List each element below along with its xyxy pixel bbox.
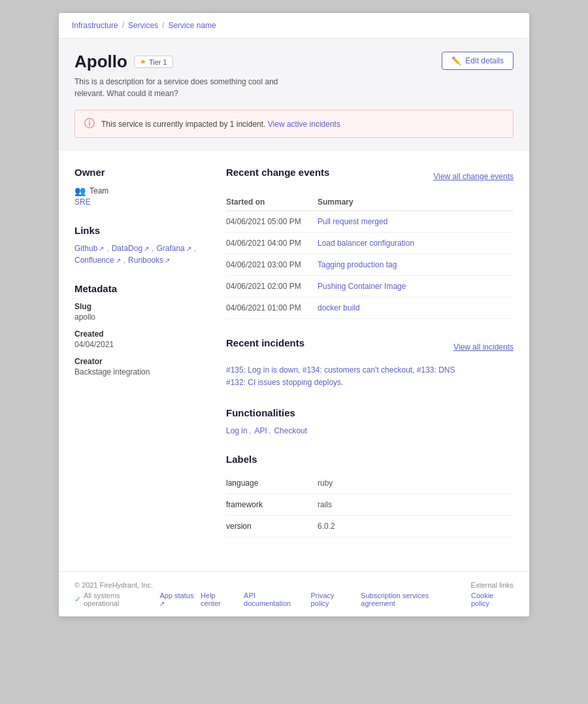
functionality-link[interactable]: API bbox=[254, 426, 267, 435]
footer-link[interactable]: Privacy policy bbox=[310, 592, 354, 607]
event-summary-link[interactable]: Pushing Container Image bbox=[318, 282, 406, 291]
event-date: 04/06/2021 05:00 PM bbox=[226, 211, 318, 233]
label-row: version 6.0.2 bbox=[226, 516, 514, 537]
incidents-section: Recent incidents View all incidents #135… bbox=[226, 337, 514, 389]
change-events-title: Recent change events bbox=[226, 167, 329, 178]
incidents-title: Recent incidents bbox=[226, 337, 304, 348]
functionality-link[interactable]: Checkout bbox=[274, 426, 307, 435]
pencil-icon: ✏️ bbox=[451, 56, 461, 65]
table-row: 04/06/2021 02:00 PM Pushing Container Im… bbox=[226, 276, 514, 297]
col-summary: Summary bbox=[318, 193, 514, 211]
label-value: 6.0.2 bbox=[318, 516, 514, 537]
link-github[interactable]: Github ↗ bbox=[74, 244, 104, 253]
table-row: 04/06/2021 04:00 PM Load balancer config… bbox=[226, 233, 514, 254]
links-section: Links Github ↗ , DataDog ↗ , Grafana ↗ bbox=[74, 225, 205, 265]
label-key: framework bbox=[226, 494, 318, 516]
footer-link[interactable]: Cookie policy bbox=[471, 592, 514, 607]
left-column: Owner 👥 Team SRE Links Github ↗ bbox=[74, 167, 205, 556]
status-text: All systems operational bbox=[84, 592, 157, 607]
creator-value: Backstage integration bbox=[74, 367, 205, 377]
change-events-section: Recent change events View all change eve… bbox=[226, 167, 514, 319]
owner-name-link[interactable]: SRE bbox=[74, 197, 205, 207]
external-link-icon: ↗ bbox=[165, 257, 170, 264]
metadata-section-title: Metadata bbox=[74, 283, 205, 294]
breadcrumb: Infrastructure / Services / Service name bbox=[59, 13, 529, 39]
event-date: 04/06/2021 01:00 PM bbox=[226, 297, 318, 319]
breadcrumb-service-name[interactable]: Service name bbox=[168, 21, 216, 30]
labels-section: Labels language ruby framework rails ver… bbox=[226, 454, 514, 537]
label-key: version bbox=[226, 516, 318, 537]
functionalities-title: Functionalities bbox=[226, 407, 514, 418]
tier-badge: ★ Tier 1 bbox=[134, 56, 173, 68]
breadcrumb-services[interactable]: Services bbox=[128, 21, 158, 30]
labels-table: language ruby framework rails version 6.… bbox=[226, 473, 514, 537]
external-link-icon: ↗ bbox=[99, 245, 104, 252]
label-row: language ruby bbox=[226, 473, 514, 494]
service-title: Apollo bbox=[74, 52, 127, 72]
metadata-section: Metadata Slug apollo Created 04/04/2021 … bbox=[74, 283, 205, 377]
owner-type: Team bbox=[90, 186, 108, 195]
view-all-incidents-link[interactable]: View all incidents bbox=[453, 343, 514, 352]
labels-title: Labels bbox=[226, 454, 514, 465]
link-datadog[interactable]: DataDog ↗ bbox=[112, 244, 149, 253]
incident-link[interactable]: #135: Log in is down bbox=[226, 365, 298, 375]
event-date: 04/06/2021 04:00 PM bbox=[226, 233, 318, 254]
right-column: Recent change events View all change eve… bbox=[226, 167, 514, 556]
created-value: 04/04/2021 bbox=[74, 340, 205, 349]
label-value: ruby bbox=[318, 473, 514, 494]
table-row: 04/06/2021 01:00 PM docker build bbox=[226, 297, 514, 319]
edit-details-button[interactable]: ✏️ Edit details bbox=[442, 52, 514, 70]
table-row: 04/06/2021 03:00 PM Tagging production t… bbox=[226, 254, 514, 276]
view-all-change-events-link[interactable]: View all change events bbox=[433, 172, 514, 181]
footer-link[interactable]: Subscription services agreement bbox=[361, 592, 465, 607]
incident-link[interactable]: #133: DNS bbox=[417, 365, 455, 375]
label-key: language bbox=[226, 473, 318, 494]
event-summary-link[interactable]: Load balancer configuration bbox=[318, 239, 414, 248]
page-container: Infrastructure / Services / Service name… bbox=[59, 13, 529, 616]
event-summary-link[interactable]: Tagging production tag bbox=[318, 260, 397, 269]
creator-label: Creator bbox=[74, 357, 205, 366]
service-description: This is a description for a service does… bbox=[74, 76, 284, 99]
incident-alert-text: This service is currently impacted by 1 … bbox=[101, 120, 265, 129]
functionalities-section: Functionalities Log in, API, Checkout bbox=[226, 407, 514, 435]
table-row: 04/06/2021 05:00 PM Pull request merged bbox=[226, 211, 514, 233]
event-summary-link[interactable]: Pull request merged bbox=[318, 217, 387, 226]
team-icon: 👥 bbox=[74, 186, 86, 196]
event-summary-link[interactable]: docker build bbox=[318, 303, 360, 312]
footer-link[interactable]: Help center bbox=[201, 592, 237, 607]
main-content: Owner 👥 Team SRE Links Github ↗ bbox=[59, 151, 529, 571]
owner-section-title: Owner bbox=[74, 167, 205, 178]
external-links-label: External links bbox=[471, 581, 514, 589]
breadcrumb-infrastructure[interactable]: Infrastructure bbox=[72, 21, 118, 30]
view-active-incidents-link[interactable]: View active incidents bbox=[268, 120, 340, 129]
incident-alert: ⓘ This service is currently impacted by … bbox=[74, 110, 514, 138]
app-status-link[interactable]: App status ↗ bbox=[159, 592, 201, 607]
functionality-link[interactable]: Log in bbox=[226, 426, 248, 435]
link-confluence[interactable]: Confluence ↗ bbox=[74, 256, 121, 265]
incident-link[interactable]: #134: customers can't checkout bbox=[302, 365, 412, 375]
incidents-list: #135: Log in is down, #134: customers ca… bbox=[226, 364, 514, 389]
external-link-icon: ↗ bbox=[116, 257, 121, 264]
slug-label: Slug bbox=[74, 302, 205, 311]
link-runbooks[interactable]: Runbooks ↗ bbox=[128, 256, 170, 265]
copyright: © 2021 FireHydrant, Inc. bbox=[74, 581, 201, 589]
status-check-icon: ✓ bbox=[74, 595, 81, 604]
col-started-on: Started on bbox=[226, 193, 318, 211]
event-date: 04/06/2021 03:00 PM bbox=[226, 254, 318, 276]
header-section: Apollo ★ Tier 1 This is a description fo… bbox=[59, 39, 529, 151]
label-value: rails bbox=[318, 494, 514, 516]
star-icon: ★ bbox=[140, 58, 146, 66]
change-events-table: Started on Summary 04/06/2021 05:00 PM P… bbox=[226, 193, 514, 319]
external-link-icon: ↗ bbox=[159, 600, 165, 607]
external-link-icon: ↗ bbox=[186, 245, 191, 252]
slug-value: apollo bbox=[74, 312, 205, 322]
footer: © 2021 FireHydrant, Inc. ✓ All systems o… bbox=[59, 571, 529, 616]
external-link-icon: ↗ bbox=[144, 245, 149, 252]
footer-link[interactable]: API documentation bbox=[244, 592, 304, 607]
owner-section: Owner 👥 Team SRE bbox=[74, 167, 205, 207]
link-grafana[interactable]: Grafana ↗ bbox=[156, 244, 191, 253]
event-date: 04/06/2021 02:00 PM bbox=[226, 276, 318, 297]
label-row: framework rails bbox=[226, 494, 514, 516]
incident-link[interactable]: #132: CI issues stopping deploys bbox=[226, 378, 341, 387]
links-section-title: Links bbox=[74, 225, 205, 236]
